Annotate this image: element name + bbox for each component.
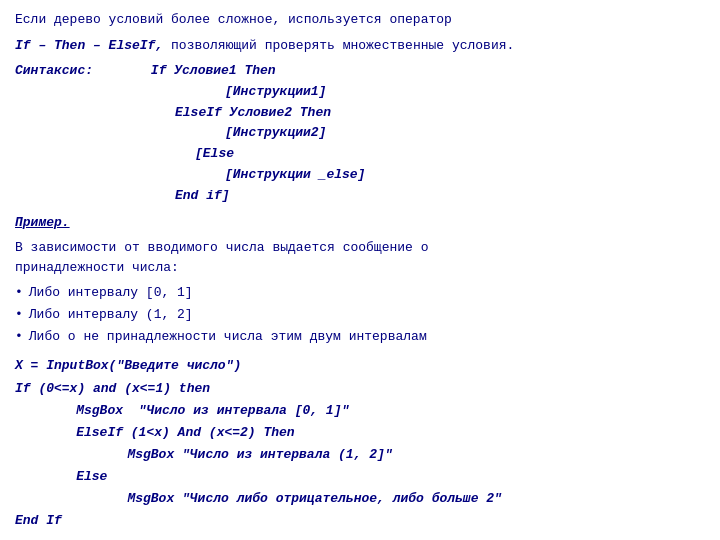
bullet-item-3: • Либо о не принадлежности числа этим дв… bbox=[15, 327, 705, 348]
syntax-label: Синтаксис: bbox=[15, 63, 93, 78]
syntax-line-3: ElseIf Условие2 Then bbox=[175, 103, 331, 124]
operator-desc: позволяющий проверять множественные усло… bbox=[163, 38, 514, 53]
example-desc2: принадлежности числа: bbox=[15, 260, 179, 275]
bullet-item-1: • Либо интервалу [0, 1] bbox=[15, 283, 705, 304]
code-line-7: MsgBox "Число либо отрицательное, либо б… bbox=[65, 488, 705, 510]
code-line-5: MsgBox "Число из интервала (1, 2]" bbox=[65, 444, 705, 466]
bullet-text-1: Либо интервалу [0, 1] bbox=[29, 283, 193, 304]
bullet-text-2: Либо интервалу (1, 2] bbox=[29, 305, 193, 326]
code-line-1: X = InputBox("Введите число") bbox=[15, 355, 705, 377]
example-title-paragraph: Пример. bbox=[15, 213, 705, 233]
syntax-line-5: [Else bbox=[195, 144, 234, 165]
syntax-line-1: If Условие1 Then bbox=[151, 61, 276, 82]
bullet-dot-3: • bbox=[15, 327, 23, 348]
syntax-line-7: End if] bbox=[175, 186, 230, 207]
code-line-2: If (0<=x) and (x<=1) then bbox=[15, 378, 705, 400]
syntax-line-6: [Инструкции _else] bbox=[225, 165, 365, 186]
bullet-list: • Либо интервалу [0, 1] • Либо интервалу… bbox=[15, 283, 705, 347]
bullet-text-3: Либо о не принадлежности числа этим двум… bbox=[29, 327, 427, 348]
bullet-item-2: • Либо интервалу (1, 2] bbox=[15, 305, 705, 326]
code-line-8: End If bbox=[15, 510, 705, 532]
main-content: Если дерево условий более сложное, испол… bbox=[15, 10, 705, 532]
operator-name: If – Then – ElseIf, bbox=[15, 38, 163, 53]
example-title: Пример. bbox=[15, 215, 70, 230]
syntax-block: Синтаксис: If Условие1 Then [Инструкции1… bbox=[15, 61, 705, 207]
syntax-line-4: [Инструкции2] bbox=[225, 123, 326, 144]
code-line-3: MsgBox "Число из интервала [0, 1]" bbox=[45, 400, 705, 422]
code-block: X = InputBox("Введите число") If (0<=x) … bbox=[15, 355, 705, 532]
bullet-dot-2: • bbox=[15, 305, 23, 326]
example-desc: В зависимости от вводимого числа выдаетс… bbox=[15, 238, 705, 277]
code-line-6: Else bbox=[45, 466, 705, 488]
intro-paragraph: Если дерево условий более сложное, испол… bbox=[15, 10, 705, 30]
operator-paragraph: If – Then – ElseIf, позволяющий проверят… bbox=[15, 36, 705, 56]
syntax-line-2: [Инструкции1] bbox=[225, 82, 326, 103]
intro-text: Если дерево условий более сложное, испол… bbox=[15, 12, 452, 27]
bullet-dot-1: • bbox=[15, 283, 23, 304]
example-desc1: В зависимости от вводимого числа выдаетс… bbox=[15, 240, 428, 255]
code-line-4: ElseIf (1<x) And (x<=2) Then bbox=[45, 422, 705, 444]
